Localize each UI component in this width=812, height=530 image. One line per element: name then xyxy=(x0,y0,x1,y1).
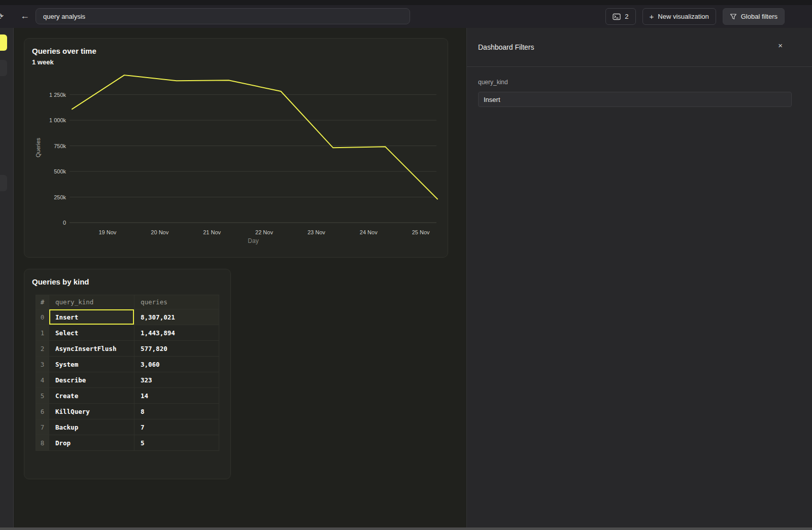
row-index-cell: 8 xyxy=(36,435,49,451)
table-row: 0Insert8,307,021 xyxy=(36,309,219,325)
console-count-button[interactable]: 2 xyxy=(605,8,635,25)
row-index-cell: 3 xyxy=(36,357,49,372)
queries-value-cell[interactable]: 7 xyxy=(134,419,219,435)
y-tick-label: 500k xyxy=(54,168,66,174)
query-kind-cell[interactable]: Drop xyxy=(49,435,134,451)
table-row: 2AsyncInsertFlush577,820 xyxy=(36,341,219,357)
table-body: 0Insert8,307,0211Select1,443,8942AsyncIn… xyxy=(36,309,219,451)
query-kind-cell[interactable]: Insert xyxy=(49,309,134,325)
row-index-cell: 1 xyxy=(36,325,49,341)
new-visualization-label: New visualization xyxy=(658,13,708,20)
y-tick-label: 250k xyxy=(54,194,66,200)
queries-series-line xyxy=(72,75,437,199)
global-filters-button[interactable]: Global filters xyxy=(723,8,785,25)
queries-by-kind-table: #query_kindqueries 0Insert8,307,0211Sele… xyxy=(36,295,219,451)
x-tick-label: 21 Nov xyxy=(203,229,221,235)
queries-by-kind-card: Queries by kind #query_kindqueries 0Inse… xyxy=(24,269,231,479)
queries-value-cell[interactable]: 14 xyxy=(134,388,219,404)
table-row: 3System3,060 xyxy=(36,357,219,372)
query-kind-cell[interactable]: Describe xyxy=(49,372,134,388)
queries-line-chart: 0250k500k750k1 000k1 250k19 Nov20 Nov21 … xyxy=(24,39,449,258)
queries-value-cell[interactable]: 577,820 xyxy=(134,341,219,357)
x-axis-title: Day xyxy=(248,237,258,244)
row-index-cell: 4 xyxy=(36,372,49,388)
table-row: 6KillQuery8 xyxy=(36,404,219,419)
console-icon xyxy=(613,13,621,20)
x-tick-label: 22 Nov xyxy=(255,229,273,235)
queries-value-cell[interactable]: 5 xyxy=(134,435,219,451)
column-header-queries[interactable]: queries xyxy=(134,295,219,309)
topbar-actions: 2 + New visualization Global filters xyxy=(605,8,785,25)
funnel-icon xyxy=(730,13,737,20)
y-axis-title: Queries xyxy=(35,137,41,157)
dashboard-app-window: ⟳ ← 2 + New visualization xyxy=(0,0,812,530)
y-tick-label: 0 xyxy=(63,220,66,226)
query-kind-cell[interactable]: System xyxy=(49,357,134,372)
x-tick-label: 23 Nov xyxy=(308,229,325,235)
query-kind-cell[interactable]: KillQuery xyxy=(49,404,134,419)
query-kind-cell[interactable]: Select xyxy=(49,325,134,341)
queries-value-cell[interactable]: 3,060 xyxy=(134,357,219,372)
row-index-cell: 5 xyxy=(36,388,49,404)
left-rail xyxy=(0,28,14,527)
dashboard-filters-panel: Dashboard Filters × query_kind xyxy=(466,28,812,527)
filters-panel-header: Dashboard Filters × xyxy=(467,28,812,67)
close-icon[interactable]: × xyxy=(778,41,783,50)
query-kind-cell[interactable]: Create xyxy=(49,388,134,404)
table-row: 5Create14 xyxy=(36,388,219,404)
row-index-cell: 0 xyxy=(36,309,49,325)
column-header-index[interactable]: # xyxy=(36,295,49,309)
rail-item-active[interactable] xyxy=(0,34,7,51)
x-tick-label: 19 Nov xyxy=(99,229,117,235)
table-row: 7Backup7 xyxy=(36,419,219,435)
history-refresh-icon[interactable]: ⟳ xyxy=(0,11,4,22)
global-filters-label: Global filters xyxy=(741,13,777,20)
filters-panel-title: Dashboard Filters xyxy=(478,43,534,51)
query-kind-cell[interactable]: Backup xyxy=(49,419,134,435)
query-kind-filter-input[interactable] xyxy=(478,92,792,107)
x-tick-label: 20 Nov xyxy=(151,229,168,235)
queries-value-cell[interactable]: 8,307,021 xyxy=(134,309,219,325)
queries-value-cell[interactable]: 8 xyxy=(134,404,219,419)
column-header-query_kind[interactable]: query_kind xyxy=(49,295,134,309)
table-title: Queries by kind xyxy=(32,277,89,286)
plus-icon: + xyxy=(650,12,654,21)
new-visualization-button[interactable]: + New visualization xyxy=(642,8,716,25)
table-header-row: #query_kindqueries xyxy=(36,295,219,309)
dashboard-canvas: Queries over time 1 week 0250k500k750k1 … xyxy=(14,28,466,527)
x-tick-label: 25 Nov xyxy=(412,229,430,235)
y-tick-label: 750k xyxy=(54,143,66,149)
y-tick-label: 1 250k xyxy=(49,92,66,98)
table-header: #query_kindqueries xyxy=(36,295,219,309)
row-index-cell: 2 xyxy=(36,341,49,357)
queries-value-cell[interactable]: 1,443,894 xyxy=(134,325,219,341)
table-row: 8Drop5 xyxy=(36,435,219,451)
rail-item-2[interactable] xyxy=(0,60,7,76)
back-arrow-icon[interactable]: ← xyxy=(20,11,29,21)
queries-value-cell[interactable]: 323 xyxy=(134,372,219,388)
row-index-cell: 6 xyxy=(36,404,49,419)
rail-item-3[interactable] xyxy=(0,175,7,191)
table-row: 1Select1,443,894 xyxy=(36,325,219,341)
table-row: 4Describe323 xyxy=(36,372,219,388)
console-count-label: 2 xyxy=(625,13,628,20)
queries-over-time-card: Queries over time 1 week 0250k500k750k1 … xyxy=(24,38,448,258)
filter-field-label: query_kind xyxy=(478,79,508,86)
y-tick-label: 1 000k xyxy=(49,117,66,123)
bottom-strip xyxy=(0,527,812,530)
row-index-cell: 7 xyxy=(36,419,49,435)
dashboard-title-input[interactable] xyxy=(36,8,410,24)
x-tick-label: 24 Nov xyxy=(360,229,378,235)
query-kind-cell[interactable]: AsyncInsertFlush xyxy=(49,341,134,357)
top-bar: ⟳ ← 2 + New visualization xyxy=(0,5,812,28)
